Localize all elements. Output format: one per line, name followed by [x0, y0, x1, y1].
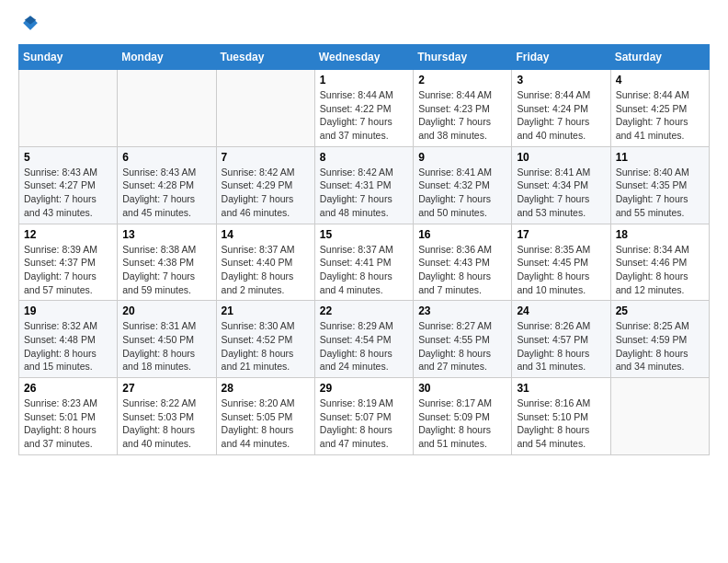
weekday-header: Monday	[118, 45, 216, 70]
day-info: Sunrise: 8:37 AMSunset: 4:41 PMDaylight:…	[320, 243, 408, 297]
calendar-cell: 21Sunrise: 8:30 AMSunset: 4:52 PMDayligh…	[216, 301, 314, 378]
calendar-cell: 10Sunrise: 8:41 AMSunset: 4:34 PMDayligh…	[512, 146, 610, 224]
day-info: Sunrise: 8:16 AMSunset: 5:10 PMDaylight:…	[517, 396, 605, 451]
weekday-header: Friday	[512, 45, 610, 70]
day-info: Sunrise: 8:29 AMSunset: 4:54 PMDaylight:…	[320, 319, 408, 373]
day-info: Sunrise: 8:41 AMSunset: 4:34 PMDaylight:…	[517, 166, 605, 220]
day-info: Sunrise: 8:17 AMSunset: 5:09 PMDaylight:…	[418, 396, 506, 451]
day-info: Sunrise: 8:39 AMSunset: 4:37 PMDaylight:…	[24, 243, 112, 297]
calendar-cell: 31Sunrise: 8:16 AMSunset: 5:10 PMDayligh…	[512, 378, 610, 455]
calendar-cell: 4Sunrise: 8:44 AMSunset: 4:25 PMDaylight…	[610, 70, 709, 147]
calendar-cell	[216, 70, 314, 147]
day-info: Sunrise: 8:34 AMSunset: 4:46 PMDaylight:…	[616, 243, 704, 297]
calendar-cell: 1Sunrise: 8:44 AMSunset: 4:22 PMDaylight…	[314, 70, 413, 147]
day-info: Sunrise: 8:44 AMSunset: 4:23 PMDaylight:…	[418, 88, 506, 143]
calendar-cell: 25Sunrise: 8:25 AMSunset: 4:59 PMDayligh…	[610, 301, 709, 378]
calendar-cell: 27Sunrise: 8:22 AMSunset: 5:03 PMDayligh…	[118, 378, 216, 455]
day-info: Sunrise: 8:38 AMSunset: 4:38 PMDaylight:…	[122, 243, 210, 297]
day-number: 10	[517, 151, 605, 164]
day-info: Sunrise: 8:23 AMSunset: 5:01 PMDaylight:…	[24, 396, 112, 451]
calendar-cell: 26Sunrise: 8:23 AMSunset: 5:01 PMDayligh…	[19, 378, 118, 455]
day-number: 31	[517, 382, 605, 395]
day-info: Sunrise: 8:41 AMSunset: 4:32 PMDaylight:…	[418, 166, 506, 220]
calendar-cell: 5Sunrise: 8:43 AMSunset: 4:27 PMDaylight…	[19, 146, 118, 224]
day-number: 1	[320, 74, 408, 86]
logo-icon	[20, 13, 40, 33]
calendar-cell	[19, 70, 118, 147]
day-info: Sunrise: 8:32 AMSunset: 4:48 PMDaylight:…	[24, 319, 112, 373]
calendar-week-row: 12Sunrise: 8:39 AMSunset: 4:37 PMDayligh…	[19, 224, 710, 301]
calendar-cell: 15Sunrise: 8:37 AMSunset: 4:41 PMDayligh…	[314, 224, 413, 301]
day-number: 25	[616, 304, 704, 317]
day-number: 20	[122, 304, 210, 317]
calendar-cell: 23Sunrise: 8:27 AMSunset: 4:55 PMDayligh…	[414, 301, 512, 378]
day-info: Sunrise: 8:44 AMSunset: 4:22 PMDaylight:…	[320, 88, 408, 143]
day-number: 26	[24, 382, 112, 395]
day-info: Sunrise: 8:40 AMSunset: 4:35 PMDaylight:…	[616, 166, 704, 220]
weekday-header: Sunday	[19, 45, 118, 70]
weekday-header: Tuesday	[216, 45, 314, 70]
day-number: 19	[24, 304, 112, 317]
day-info: Sunrise: 8:27 AMSunset: 4:55 PMDaylight:…	[418, 319, 506, 373]
calendar-cell: 24Sunrise: 8:26 AMSunset: 4:57 PMDayligh…	[512, 301, 610, 378]
day-number: 9	[418, 151, 506, 164]
day-number: 13	[122, 228, 210, 241]
calendar-cell: 13Sunrise: 8:38 AMSunset: 4:38 PMDayligh…	[118, 224, 216, 301]
calendar-cell: 20Sunrise: 8:31 AMSunset: 4:50 PMDayligh…	[118, 301, 216, 378]
day-number: 17	[517, 228, 605, 241]
day-number: 27	[122, 382, 210, 395]
calendar-cell: 17Sunrise: 8:35 AMSunset: 4:45 PMDayligh…	[512, 224, 610, 301]
day-info: Sunrise: 8:26 AMSunset: 4:57 PMDaylight:…	[517, 319, 605, 373]
calendar-header-row: SundayMondayTuesdayWednesdayThursdayFrid…	[19, 45, 710, 70]
day-info: Sunrise: 8:31 AMSunset: 4:50 PMDaylight:…	[122, 319, 210, 373]
day-number: 23	[418, 304, 506, 317]
day-info: Sunrise: 8:19 AMSunset: 5:07 PMDaylight:…	[320, 396, 408, 451]
logo	[18, 15, 40, 37]
calendar-cell: 11Sunrise: 8:40 AMSunset: 4:35 PMDayligh…	[610, 146, 709, 224]
calendar-cell: 12Sunrise: 8:39 AMSunset: 4:37 PMDayligh…	[19, 224, 118, 301]
day-number: 2	[418, 74, 506, 86]
weekday-header: Saturday	[610, 45, 709, 70]
day-number: 6	[122, 151, 210, 164]
calendar-cell: 28Sunrise: 8:20 AMSunset: 5:05 PMDayligh…	[216, 378, 314, 455]
weekday-header: Thursday	[414, 45, 512, 70]
calendar-week-row: 26Sunrise: 8:23 AMSunset: 5:01 PMDayligh…	[19, 378, 710, 455]
day-number: 8	[320, 151, 408, 164]
calendar-cell: 6Sunrise: 8:43 AMSunset: 4:28 PMDaylight…	[118, 146, 216, 224]
calendar-cell: 9Sunrise: 8:41 AMSunset: 4:32 PMDaylight…	[414, 146, 512, 224]
day-info: Sunrise: 8:44 AMSunset: 4:25 PMDaylight:…	[616, 88, 704, 143]
day-info: Sunrise: 8:42 AMSunset: 4:31 PMDaylight:…	[320, 166, 408, 220]
calendar-cell: 16Sunrise: 8:36 AMSunset: 4:43 PMDayligh…	[414, 224, 512, 301]
calendar-cell: 30Sunrise: 8:17 AMSunset: 5:09 PMDayligh…	[414, 378, 512, 455]
day-number: 16	[418, 228, 506, 241]
day-number: 18	[616, 228, 704, 241]
day-number: 12	[24, 228, 112, 241]
day-info: Sunrise: 8:30 AMSunset: 4:52 PMDaylight:…	[222, 319, 310, 373]
day-number: 14	[222, 228, 310, 241]
day-info: Sunrise: 8:35 AMSunset: 4:45 PMDaylight:…	[517, 243, 605, 297]
day-info: Sunrise: 8:22 AMSunset: 5:03 PMDaylight:…	[122, 396, 210, 451]
day-info: Sunrise: 8:25 AMSunset: 4:59 PMDaylight:…	[616, 319, 704, 373]
day-number: 24	[517, 304, 605, 317]
calendar-cell	[118, 70, 216, 147]
day-info: Sunrise: 8:42 AMSunset: 4:29 PMDaylight:…	[222, 166, 310, 220]
day-number: 15	[320, 228, 408, 241]
calendar-cell	[610, 378, 709, 455]
calendar-cell: 18Sunrise: 8:34 AMSunset: 4:46 PMDayligh…	[610, 224, 709, 301]
calendar-week-row: 5Sunrise: 8:43 AMSunset: 4:27 PMDaylight…	[19, 146, 710, 224]
page: SundayMondayTuesdayWednesdayThursdayFrid…	[0, 0, 728, 563]
day-number: 3	[517, 74, 605, 86]
day-number: 21	[222, 304, 310, 317]
calendar-cell: 8Sunrise: 8:42 AMSunset: 4:31 PMDaylight…	[314, 146, 413, 224]
calendar-cell: 7Sunrise: 8:42 AMSunset: 4:29 PMDaylight…	[216, 146, 314, 224]
day-number: 28	[222, 382, 310, 395]
day-number: 11	[616, 151, 704, 164]
calendar-cell: 14Sunrise: 8:37 AMSunset: 4:40 PMDayligh…	[216, 224, 314, 301]
weekday-header: Wednesday	[314, 45, 413, 70]
day-info: Sunrise: 8:20 AMSunset: 5:05 PMDaylight:…	[222, 396, 310, 451]
day-info: Sunrise: 8:44 AMSunset: 4:24 PMDaylight:…	[517, 88, 605, 143]
day-number: 4	[616, 74, 704, 86]
day-number: 29	[320, 382, 408, 395]
day-number: 22	[320, 304, 408, 317]
day-info: Sunrise: 8:37 AMSunset: 4:40 PMDaylight:…	[222, 243, 310, 297]
